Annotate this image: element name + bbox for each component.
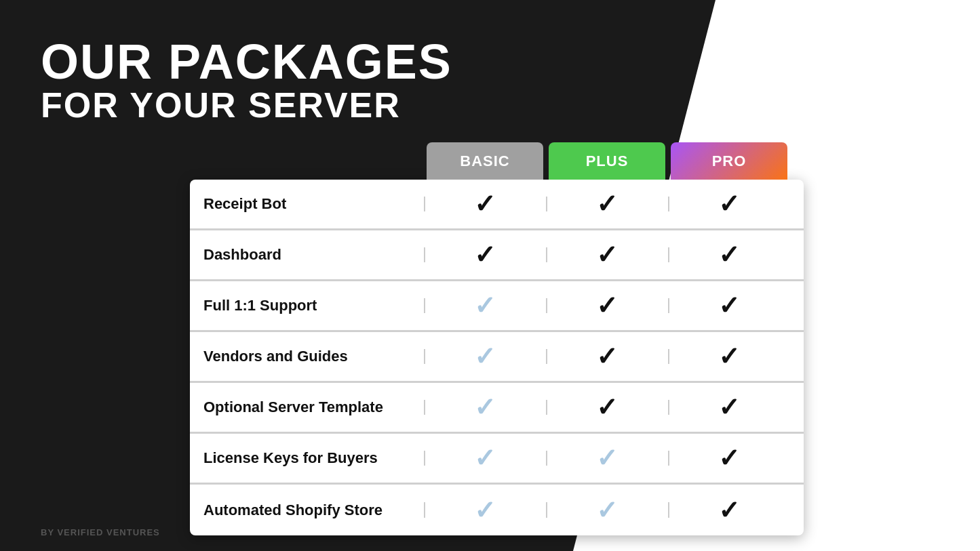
basic-check: ✓ — [424, 293, 546, 319]
table-row: Receipt Bot ✓ ✓ ✓ — [190, 180, 804, 230]
table-row: Automated Shopify Store ✓ ✓ ✓ — [190, 485, 804, 535]
basic-check: ✓ — [424, 445, 546, 471]
basic-check: ✓ — [424, 191, 546, 217]
plus-check: ✓ — [546, 191, 668, 217]
basic-check: ✓ — [424, 497, 546, 523]
plus-check: ✓ — [546, 242, 668, 268]
header-line2: FOR YOUR SERVER — [41, 86, 452, 125]
table-row: Dashboard ✓ ✓ ✓ — [190, 230, 804, 281]
pro-check: ✓ — [668, 191, 790, 217]
basic-check: ✓ — [424, 344, 546, 369]
row-label: Automated Shopify Store — [203, 491, 424, 530]
pro-check: ✓ — [668, 293, 790, 319]
pro-check: ✓ — [668, 242, 790, 268]
plus-check: ✓ — [546, 344, 668, 369]
column-headers: BASIC PLUS PRO — [190, 142, 804, 180]
plus-check: ✓ — [546, 394, 668, 420]
row-label: Dashboard — [203, 235, 424, 274]
table-row: Vendors and Guides ✓ ✓ ✓ — [190, 332, 804, 383]
footer-text: BY VERIFIED VENTURES — [41, 527, 160, 537]
table-body: Receipt Bot ✓ ✓ ✓ Dashboard ✓ ✓ ✓ Full 1… — [190, 180, 804, 535]
row-label: License Keys for Buyers — [203, 438, 424, 478]
table-row: Optional Server Template ✓ ✓ ✓ — [190, 383, 804, 434]
plus-check: ✓ — [546, 293, 668, 319]
pro-check: ✓ — [668, 445, 790, 471]
pro-check: ✓ — [668, 344, 790, 369]
basic-check: ✓ — [424, 394, 546, 420]
empty-header — [203, 142, 424, 180]
page-header: OUR PACKAGES FOR YOUR SERVER — [41, 37, 452, 125]
table-row: License Keys for Buyers ✓ ✓ ✓ — [190, 434, 804, 485]
pricing-table: BASIC PLUS PRO Receipt Bot ✓ ✓ ✓ Dashboa… — [190, 142, 804, 535]
basic-column-header: BASIC — [427, 142, 543, 180]
row-label: Full 1:1 Support — [203, 286, 424, 325]
pro-check: ✓ — [668, 394, 790, 420]
pro-column-header: PRO — [671, 142, 787, 180]
plus-check: ✓ — [546, 445, 668, 471]
plus-check: ✓ — [546, 497, 668, 523]
basic-check: ✓ — [424, 242, 546, 268]
row-label: Optional Server Template — [203, 388, 424, 427]
table-row: Full 1:1 Support ✓ ✓ ✓ — [190, 281, 804, 332]
header-line1: OUR PACKAGES — [41, 37, 452, 86]
row-label: Receipt Bot — [203, 184, 424, 224]
plus-column-header: PLUS — [549, 142, 665, 180]
pro-check: ✓ — [668, 497, 790, 523]
row-label: Vendors and Guides — [203, 337, 424, 376]
